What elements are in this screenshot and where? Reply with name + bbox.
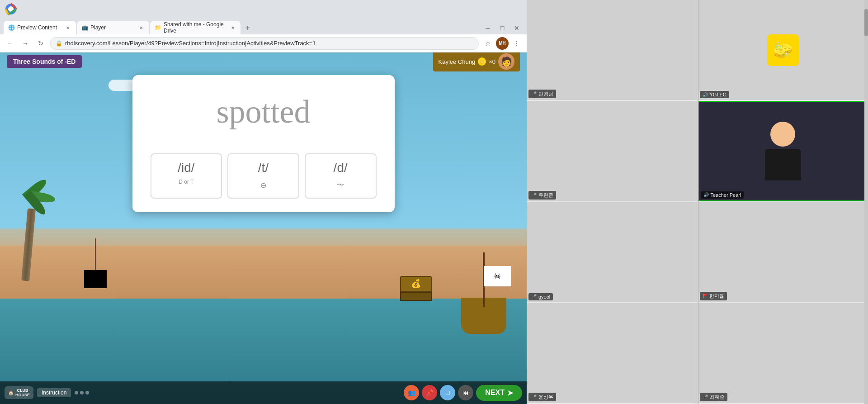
rewind-button[interactable]: ⏮ [458, 385, 473, 400]
participant-name-yglec: YGLEC [710, 92, 726, 97]
tab-label-3: Shared with me - Google Drive [164, 21, 227, 34]
ship-sail: ☠ [484, 266, 511, 286]
coin-icon: 🪙 [478, 57, 486, 66]
participant-cell-minkyung: 🎤 민경님 [527, 0, 697, 100]
section-label: Instruction [37, 388, 71, 397]
sound-option-t[interactable]: /t/ ⊖ [227, 153, 299, 199]
participant-name-minkyung: 민경님 [538, 90, 553, 97]
sound-option-id[interactable]: /id/ D or T [151, 153, 222, 199]
participant-name-choiyejun: 최예준 [710, 394, 725, 400]
participant-cell-gyeol: 🎤 gyeol [527, 202, 697, 302]
pirate-flag: ☠ [84, 270, 107, 288]
participant-label-minkyung: 🎤 민경님 [528, 90, 556, 98]
participant-label-yuhyeon: 🎤 유현준 [528, 191, 556, 200]
scrollbar[interactable] [864, 0, 868, 404]
record-button[interactable]: 📌 [422, 385, 437, 400]
participant-label-yglec: 🔊 YGLEC [700, 91, 729, 98]
bottom-controls: 👥 📌 □ ⏮ NEXT ➤ [404, 385, 522, 401]
word-display: spotted [151, 93, 377, 131]
minimize-button[interactable]: ─ [481, 22, 494, 34]
sound-option-d[interactable]: /d/ 〜 [305, 153, 377, 199]
participant-name-hanjiyul: 한지율 [709, 293, 724, 299]
game-content-area: ☠ 💰 ☠ Three Sounds of -ED Kaylee Chung [0, 52, 527, 404]
back-button[interactable]: ← [4, 37, 16, 50]
window-controls [4, 2, 18, 16]
tab-player[interactable]: 📺 Player ✕ [77, 21, 149, 34]
maximize-button[interactable]: □ [496, 22, 509, 34]
chest-top: 💰 [400, 276, 432, 292]
progress-dots [75, 391, 89, 394]
avatar-emoji: 🧑 [501, 56, 512, 67]
mic-icon-yglec: 🔊 [703, 92, 708, 97]
spongebob-avatar: 🧽 [767, 34, 799, 66]
participant-cell-yglec: 🧽 🔊 YGLEC [698, 0, 868, 100]
refresh-button[interactable]: ↻ [34, 37, 47, 50]
pirate-flag-area: ☠ [84, 238, 107, 288]
tab-label-1: Preview Content [17, 24, 57, 31]
mic-icon-choiyejun: 🎤 [703, 394, 708, 399]
tab-close-3[interactable]: ✕ [230, 24, 236, 31]
expand-button[interactable]: □ [440, 385, 455, 400]
video-panel: 🎤 민경님 🧽 🔊 YGLEC 🎤 유현준 🔊 Teac [527, 0, 868, 404]
menu-button[interactable]: ⋮ [510, 37, 523, 50]
forward-button[interactable]: → [19, 37, 32, 50]
lock-icon: 🔒 [56, 40, 62, 47]
game-bottom-bar: 🏠 CLUB HOUSE Instruction 👥 📌 □ ⏮ NEXT [0, 381, 527, 404]
sound-icon-t: ⊖ [257, 179, 270, 191]
sail-skull: ☠ [484, 266, 511, 286]
participant-label-gyeol: 🎤 gyeol [528, 293, 553, 300]
participant-label-hanjiyul: 🚩 한지율 [700, 292, 727, 300]
lesson-title: Three Sounds of -ED [7, 55, 82, 68]
tab-favicon-1: 🌐 [8, 24, 14, 31]
sound-options: /id/ D or T /t/ ⊖ /d/ 〜 [151, 153, 377, 199]
progress-dot-1 [75, 391, 78, 394]
tab-preview-content[interactable]: 🌐 Preview Content ✕ [4, 21, 76, 34]
game-top-bar: Three Sounds of -ED Kaylee Chung 🪙 ×0 🧑 [0, 52, 527, 71]
browser-logo-icon [4, 2, 18, 16]
participant-cell-choiyejun: 🎤 최예준 [698, 303, 868, 403]
clubhouse-label: CLUB HOUSE [15, 388, 30, 397]
teacher-body [765, 149, 801, 181]
next-button[interactable]: NEXT ➤ [476, 385, 522, 401]
beach-background [0, 246, 527, 299]
tab-close-2[interactable]: ✕ [137, 24, 145, 31]
spongebob-icon: 🧽 [773, 41, 793, 60]
title-bar [0, 0, 527, 18]
bookmark-button[interactable]: ☆ [481, 37, 494, 50]
sound-label-d: /d/ [334, 161, 348, 175]
new-tab-button[interactable]: + [241, 22, 254, 34]
sound-icon-d: 〜 [334, 179, 347, 191]
muted-flag-hanjiyul: 🚩 [703, 294, 708, 298]
sound-subtitle-id: D or T [179, 179, 193, 185]
clubhouse-button[interactable]: 🏠 CLUB HOUSE [5, 386, 33, 399]
participant-cell-yunseong: 🎤 윤성우 [527, 303, 697, 403]
profile-avatar-button[interactable]: MH [496, 37, 509, 50]
sound-label-t: /t/ [258, 161, 269, 175]
teacher-figure [765, 122, 801, 181]
next-label: NEXT [485, 389, 505, 397]
participant-name-gyeol: gyeol [538, 294, 550, 299]
participant-cell-hanjiyul: 🚩 한지율 [698, 202, 868, 302]
progress-dot-3 [85, 391, 89, 394]
scrollbar-thumb[interactable] [864, 9, 868, 36]
close-window-button[interactable]: ✕ [510, 22, 523, 34]
participant-name-yunseong: 윤성우 [538, 394, 553, 400]
participant-cell-yuhyeon: 🎤 유현준 [527, 101, 697, 201]
participant-label-choiyejun: 🎤 최예준 [700, 393, 727, 401]
mic-icon-yuhyeon: 🎤 [531, 193, 537, 198]
url-text: rhdiscovery.com/Lesson/Player/49?Preview… [65, 40, 316, 47]
house-icon: 🏠 [8, 390, 14, 395]
tab-close-1[interactable]: ✕ [64, 24, 71, 31]
mic-icon-minkyung: 🎤 [531, 91, 537, 96]
game-scene: ☠ 💰 ☠ Three Sounds of -ED Kaylee Chung [0, 52, 527, 404]
group-button[interactable]: 👥 [404, 385, 419, 400]
url-bar[interactable]: 🔒 rhdiscovery.com/Lesson/Player/49?Previ… [50, 37, 479, 50]
mic-icon-gyeol: 🎤 [531, 294, 537, 299]
participant-name-teacher: Teacher Pearl [711, 192, 741, 198]
player-avatar: 🧑 [498, 53, 514, 70]
pirate-ship: ☠ [457, 261, 511, 334]
tab-google-drive[interactable]: 📁 Shared with me - Google Drive ✕ [150, 21, 241, 34]
teacher-head [770, 122, 795, 147]
player-name: Kaylee Chung [439, 58, 476, 65]
coin-count: ×0 [489, 58, 495, 65]
